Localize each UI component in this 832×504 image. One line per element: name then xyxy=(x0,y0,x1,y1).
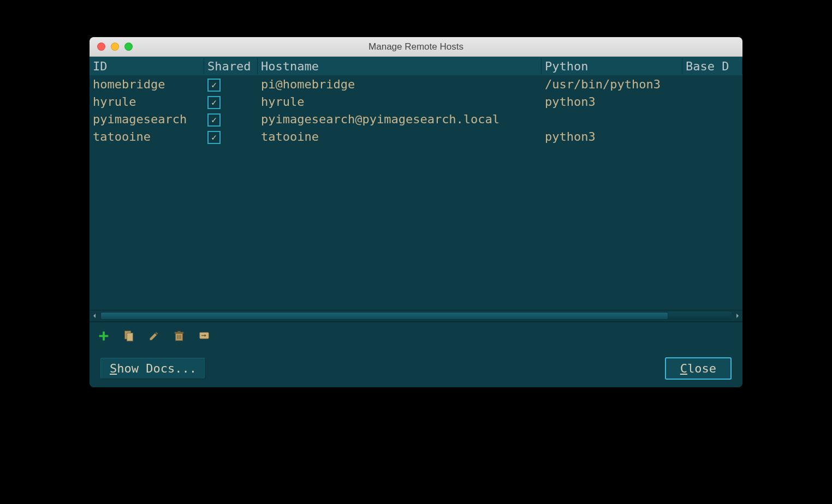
cell-shared: ✓ xyxy=(204,94,258,109)
scroll-right-icon[interactable] xyxy=(733,311,742,321)
column-header-python[interactable]: Python xyxy=(542,58,682,74)
shared-checkbox[interactable]: ✓ xyxy=(207,131,221,144)
cell-id: tatooine xyxy=(90,130,204,143)
cell-hostname: pi@homebridge xyxy=(258,77,542,91)
shared-checkbox[interactable]: ✓ xyxy=(207,113,221,127)
table-body: homebridge✓pi@homebridge/usr/bin/python3… xyxy=(90,75,742,310)
dialog-footer: Show Docs... Close xyxy=(90,349,742,387)
table-header: ID Shared Hostname Python Base D xyxy=(90,57,742,75)
cell-python: /usr/bin/python3 xyxy=(542,77,682,91)
cell-shared: ✓ xyxy=(204,112,258,127)
column-header-shared[interactable]: Shared xyxy=(204,58,258,74)
delete-icon[interactable] xyxy=(173,329,186,343)
cell-hostname: pyimagesearch@pyimagesearch.local xyxy=(258,112,542,126)
shared-checkbox[interactable]: ✓ xyxy=(207,96,221,109)
cell-shared: ✓ xyxy=(204,129,258,144)
scroll-left-icon[interactable] xyxy=(90,311,99,321)
svg-rect-3 xyxy=(175,332,184,333)
cell-hostname: hyrule xyxy=(258,95,542,109)
table-row[interactable]: pyimagesearch✓pyimagesearch@pyimagesearc… xyxy=(90,110,742,128)
zoom-window-icon[interactable] xyxy=(124,43,133,51)
traffic-lights xyxy=(97,43,133,51)
copy-icon[interactable] xyxy=(122,329,135,343)
table-row[interactable]: tatooine✓tatooinepython3 xyxy=(90,128,742,145)
hosts-table: ID Shared Hostname Python Base D homebri… xyxy=(90,57,742,322)
cell-hostname: tatooine xyxy=(258,130,542,143)
cell-shared: ✓ xyxy=(204,77,258,92)
column-header-hostname[interactable]: Hostname xyxy=(258,58,542,74)
show-docs-button[interactable]: Show Docs... xyxy=(100,358,206,379)
close-window-icon[interactable] xyxy=(97,43,105,51)
add-icon[interactable] xyxy=(97,329,110,343)
cell-python: python3 xyxy=(542,95,682,109)
connect-icon[interactable] xyxy=(198,329,211,343)
cell-python: python3 xyxy=(542,130,682,143)
table-row[interactable]: hyrule✓hyrulepython3 xyxy=(90,93,742,110)
close-button[interactable]: Close xyxy=(665,357,732,380)
window-title: Manage Remote Hosts xyxy=(90,41,742,52)
column-header-id[interactable]: ID xyxy=(90,58,204,74)
minimize-window-icon[interactable] xyxy=(111,43,119,51)
table-row[interactable]: homebridge✓pi@homebridge/usr/bin/python3 xyxy=(90,75,742,93)
svg-rect-4 xyxy=(177,331,181,332)
titlebar: Manage Remote Hosts xyxy=(90,37,742,57)
edit-icon[interactable] xyxy=(147,329,161,343)
dialog-window: Manage Remote Hosts ID Shared Hostname P… xyxy=(90,37,742,387)
cell-id: homebridge xyxy=(90,77,204,91)
cell-id: pyimagesearch xyxy=(90,112,204,126)
scrollbar-track[interactable] xyxy=(100,312,732,320)
action-toolbar xyxy=(90,322,742,349)
horizontal-scrollbar[interactable] xyxy=(90,310,742,322)
column-header-base-dir[interactable]: Base D xyxy=(682,58,742,74)
svg-rect-1 xyxy=(127,333,133,341)
shared-checkbox[interactable]: ✓ xyxy=(207,79,221,92)
cell-id: hyrule xyxy=(90,95,204,109)
scrollbar-thumb[interactable] xyxy=(100,312,668,320)
